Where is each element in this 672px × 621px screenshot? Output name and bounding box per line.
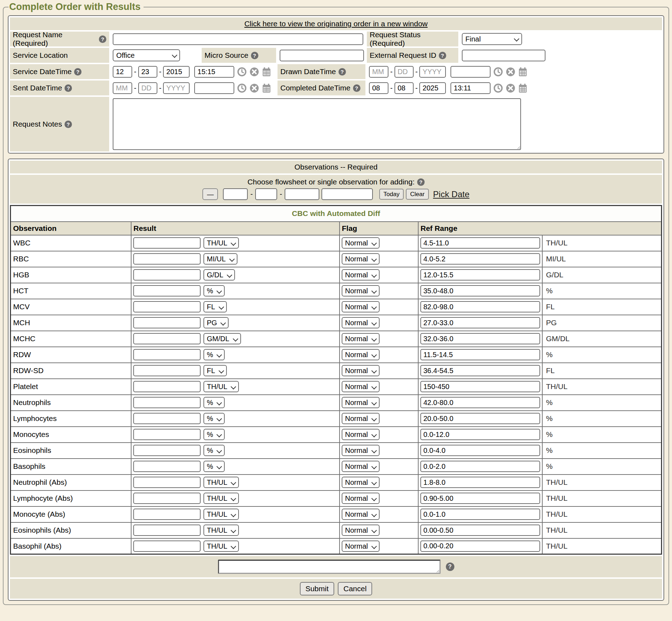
help-icon[interactable]: ? bbox=[99, 35, 106, 43]
clear-button[interactable]: Clear bbox=[406, 189, 429, 200]
service-year-input[interactable] bbox=[163, 66, 190, 78]
result-input[interactable] bbox=[133, 317, 201, 328]
calendar-icon[interactable] bbox=[518, 83, 527, 93]
completed-time-input[interactable] bbox=[450, 82, 491, 94]
result-input[interactable] bbox=[133, 525, 201, 536]
ref-range-input[interactable] bbox=[420, 493, 540, 504]
flag-select[interactable]: Normal bbox=[342, 525, 380, 536]
ref-range-input[interactable] bbox=[420, 333, 540, 344]
view-originating-order-link[interactable]: Click here to view the originating order… bbox=[244, 20, 427, 28]
result-unit-select[interactable]: % bbox=[203, 429, 225, 440]
result-input[interactable] bbox=[133, 445, 201, 456]
clear-icon[interactable] bbox=[506, 67, 515, 77]
pick-date-link[interactable]: Pick Date bbox=[433, 189, 470, 199]
completed-day-input[interactable] bbox=[394, 82, 414, 94]
submit-button[interactable]: Submit bbox=[300, 582, 334, 595]
result-unit-select[interactable]: TH/UL bbox=[203, 525, 239, 536]
calendar-icon[interactable] bbox=[262, 83, 271, 93]
flag-select[interactable]: Normal bbox=[342, 285, 380, 296]
result-unit-select[interactable]: TH/UL bbox=[203, 540, 239, 552]
flag-select[interactable]: Normal bbox=[342, 445, 380, 456]
ref-range-input[interactable] bbox=[420, 461, 540, 472]
result-input[interactable] bbox=[133, 349, 201, 360]
result-unit-select[interactable]: TH/UL bbox=[203, 381, 239, 392]
flag-select[interactable]: Normal bbox=[342, 301, 380, 312]
result-input[interactable] bbox=[133, 301, 201, 312]
ref-range-input[interactable] bbox=[420, 317, 540, 328]
clock-icon[interactable] bbox=[237, 83, 247, 93]
service-location-select[interactable]: Office bbox=[113, 49, 180, 61]
result-input[interactable] bbox=[133, 493, 201, 504]
clear-icon[interactable] bbox=[250, 83, 259, 93]
result-unit-select[interactable]: % bbox=[203, 397, 225, 408]
result-input[interactable] bbox=[133, 509, 201, 520]
result-unit-select[interactable]: TH/UL bbox=[203, 493, 239, 504]
ref-range-input[interactable] bbox=[420, 349, 540, 360]
result-unit-select[interactable]: % bbox=[203, 413, 225, 424]
flag-select[interactable]: Normal bbox=[342, 493, 380, 504]
clear-icon[interactable] bbox=[506, 83, 515, 93]
result-input[interactable] bbox=[133, 253, 201, 265]
request-name-input[interactable] bbox=[113, 33, 363, 45]
remove-flowsheet-button[interactable]: — bbox=[202, 188, 218, 200]
service-time-input[interactable] bbox=[194, 66, 234, 78]
ref-range-input[interactable] bbox=[420, 365, 540, 376]
result-input[interactable] bbox=[133, 333, 201, 344]
result-unit-select[interactable]: MI/UL bbox=[203, 253, 237, 265]
flag-select[interactable]: Normal bbox=[342, 413, 380, 424]
result-unit-select[interactable]: TH/UL bbox=[203, 477, 239, 488]
cancel-button[interactable]: Cancel bbox=[338, 582, 372, 595]
completed-year-input[interactable] bbox=[419, 82, 446, 94]
result-input[interactable] bbox=[133, 365, 201, 376]
flag-select[interactable]: Normal bbox=[342, 381, 380, 392]
result-input[interactable] bbox=[133, 477, 201, 488]
ref-range-input[interactable] bbox=[420, 269, 540, 281]
ref-range-input[interactable] bbox=[420, 540, 540, 552]
flag-select[interactable]: Normal bbox=[342, 333, 380, 344]
result-unit-select[interactable]: PG bbox=[203, 317, 229, 328]
ref-range-input[interactable] bbox=[420, 445, 540, 456]
result-unit-select[interactable]: TH/UL bbox=[203, 237, 239, 249]
result-input[interactable] bbox=[133, 413, 201, 424]
ref-range-input[interactable] bbox=[420, 397, 540, 408]
result-unit-select[interactable]: % bbox=[203, 349, 225, 360]
flag-select[interactable]: Normal bbox=[342, 540, 380, 552]
result-input[interactable] bbox=[133, 429, 201, 440]
observation-note-textarea[interactable] bbox=[218, 560, 441, 574]
drawn-time-input[interactable] bbox=[450, 66, 491, 78]
ref-range-input[interactable] bbox=[420, 413, 540, 424]
ref-range-input[interactable] bbox=[420, 525, 540, 536]
ref-range-input[interactable] bbox=[420, 381, 540, 392]
ref-range-input[interactable] bbox=[420, 429, 540, 440]
help-icon[interactable]: ? bbox=[417, 178, 425, 186]
result-unit-select[interactable]: TH/UL bbox=[203, 509, 239, 520]
help-icon[interactable]: ? bbox=[74, 68, 82, 76]
sent-day-input[interactable] bbox=[138, 82, 157, 94]
ref-range-input[interactable] bbox=[420, 285, 540, 296]
help-icon[interactable]: ? bbox=[65, 121, 72, 128]
help-icon[interactable]: ? bbox=[338, 68, 346, 76]
clock-icon[interactable] bbox=[237, 67, 247, 77]
micro-source-input[interactable] bbox=[280, 50, 364, 61]
external-request-id-input[interactable] bbox=[462, 50, 545, 61]
completed-month-input[interactable] bbox=[369, 82, 388, 94]
flag-select[interactable]: Normal bbox=[342, 461, 380, 472]
result-input[interactable] bbox=[133, 381, 201, 392]
result-input[interactable] bbox=[133, 397, 201, 408]
result-unit-select[interactable]: % bbox=[203, 461, 225, 472]
help-icon[interactable]: ? bbox=[353, 84, 360, 92]
calendar-icon[interactable] bbox=[262, 67, 271, 77]
result-input[interactable] bbox=[133, 269, 201, 281]
drawn-month-input[interactable] bbox=[369, 66, 388, 78]
sent-year-input[interactable] bbox=[163, 82, 190, 94]
flag-select[interactable]: Normal bbox=[342, 237, 380, 249]
clear-icon[interactable] bbox=[250, 67, 259, 77]
result-input[interactable] bbox=[133, 461, 201, 472]
result-unit-select[interactable]: % bbox=[203, 285, 225, 296]
flowsheet-day-input[interactable] bbox=[255, 188, 277, 200]
service-day-input[interactable] bbox=[138, 66, 157, 78]
drawn-year-input[interactable] bbox=[419, 66, 446, 78]
ref-range-input[interactable] bbox=[420, 237, 540, 249]
help-icon[interactable]: ? bbox=[446, 562, 454, 571]
flag-select[interactable]: Normal bbox=[342, 397, 380, 408]
